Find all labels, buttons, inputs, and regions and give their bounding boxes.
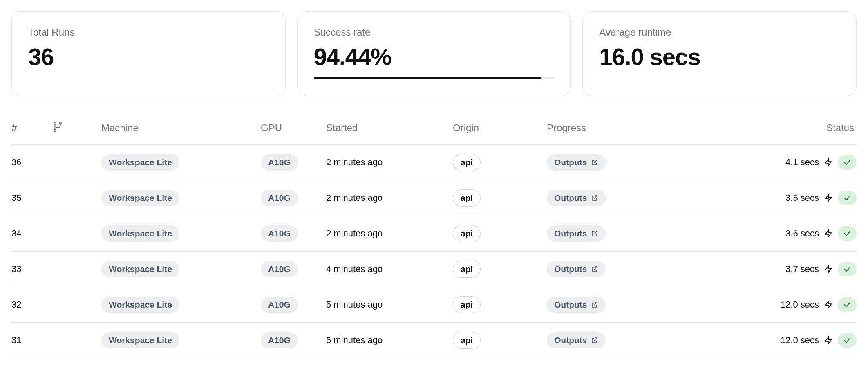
stat-card-success-rate: Success rate 94.44% [297,11,571,96]
gpu-pill: A10G [261,225,298,242]
machine-pill: Workspace Lite [101,190,179,206]
duration-text: 12.0 secs [781,299,819,310]
col-started: Started [326,122,453,134]
table-row[interactable]: 34 Workspace Lite A10G 2 minutes ago api… [11,216,857,252]
table-row[interactable]: 33 Workspace Lite A10G 4 minutes ago api… [11,252,857,287]
run-id: 35 [11,193,52,203]
lightning-icon [824,193,833,202]
gpu-cell: A10G [261,225,326,242]
check-icon [843,229,851,238]
outputs-label: Outputs [554,193,587,203]
machine-pill: Workspace Lite [101,261,179,277]
gpu-cell: A10G [261,297,326,313]
machine-pill: Workspace Lite [101,154,179,171]
stat-label: Total Runs [28,27,269,38]
started-cell: 2 minutes ago [326,157,453,168]
machine-cell: Workspace Lite [101,297,261,313]
progress-cell: Outputs [547,154,698,171]
status-cell: 12.0 secs [698,333,857,348]
duration-text: 12.0 secs [781,335,819,346]
table-row[interactable]: 35 Workspace Lite A10G 2 minutes ago api… [11,180,857,216]
gpu-pill: A10G [261,190,298,206]
started-cell: 5 minutes ago [326,299,453,310]
status-cell: 12.0 secs [698,297,857,312]
status-success-badge [838,155,857,170]
started-cell: 6 minutes ago [326,335,453,346]
progress-cell: Outputs [547,225,698,242]
run-id: 33 [11,264,52,274]
run-id: 36 [11,157,52,168]
progress-bar [314,77,555,79]
machine-pill: Workspace Lite [101,225,179,242]
stat-value: 16.0 secs [599,45,840,70]
lightning-icon [824,336,833,345]
lightning-icon [824,300,833,309]
col-gpu: GPU [261,122,326,134]
origin-pill: api [453,189,481,207]
status-cell: 3.5 secs [698,191,857,205]
col-origin: Origin [453,122,547,134]
external-link-icon [591,265,598,273]
col-branch [52,121,101,135]
col-number: # [11,122,52,134]
duration-text: 3.5 secs [785,193,819,203]
check-icon [843,265,851,273]
external-link-icon [591,159,598,166]
outputs-button[interactable]: Outputs [547,297,606,313]
run-id: 31 [11,335,52,346]
col-status: Status [698,122,857,134]
outputs-button[interactable]: Outputs [547,190,606,206]
outputs-label: Outputs [554,157,587,167]
duration-text: 3.6 secs [785,228,819,239]
progress-cell: Outputs [547,332,698,348]
external-link-icon [591,337,598,344]
run-id: 32 [11,299,52,310]
gpu-cell: A10G [261,332,326,348]
gpu-pill: A10G [261,332,298,348]
origin-cell: api [453,261,547,278]
origin-cell: api [453,332,547,349]
origin-pill: api [453,225,481,242]
col-machine: Machine [101,122,261,134]
machine-pill: Workspace Lite [101,332,179,348]
table-row[interactable]: 32 Workspace Lite A10G 5 minutes ago api… [11,287,857,323]
origin-cell: api [453,296,547,313]
gpu-cell: A10G [261,261,326,277]
stat-label: Average runtime [599,27,840,38]
external-link-icon [591,301,598,308]
machine-cell: Workspace Lite [101,225,261,242]
gpu-pill: A10G [261,297,298,313]
stats-row: Total Runs 36 Success rate 94.44% Averag… [11,11,857,96]
status-success-badge [838,226,857,241]
outputs-button[interactable]: Outputs [547,332,606,348]
progress-cell: Outputs [547,190,698,206]
duration-text: 3.7 secs [785,264,819,274]
outputs-button[interactable]: Outputs [547,225,606,242]
run-id: 34 [11,228,52,239]
table-body: 36 Workspace Lite A10G 2 minutes ago api… [11,145,857,358]
stat-value: 94.44% [314,45,555,70]
started-cell: 2 minutes ago [326,193,453,203]
status-cell: 4.1 secs [698,155,857,170]
table-row[interactable]: 36 Workspace Lite A10G 2 minutes ago api… [11,145,857,180]
gpu-cell: A10G [261,190,326,206]
branch-icon [52,121,63,132]
status-cell: 3.7 secs [698,262,857,276]
lightning-icon [824,158,833,167]
machine-cell: Workspace Lite [101,332,261,348]
outputs-label: Outputs [554,264,587,274]
stat-card-total-runs: Total Runs 36 [11,11,286,96]
machine-cell: Workspace Lite [101,261,261,277]
outputs-button[interactable]: Outputs [547,261,606,277]
outputs-label: Outputs [554,300,587,310]
check-icon [843,194,851,202]
outputs-label: Outputs [554,335,587,345]
progress-fill [314,77,541,79]
status-success-badge [838,191,857,205]
origin-cell: api [453,189,547,207]
outputs-button[interactable]: Outputs [547,154,606,171]
origin-pill: api [453,261,481,278]
external-link-icon [591,194,598,202]
table-row[interactable]: 31 Workspace Lite A10G 6 minutes ago api… [11,323,857,358]
origin-pill: api [453,296,481,313]
